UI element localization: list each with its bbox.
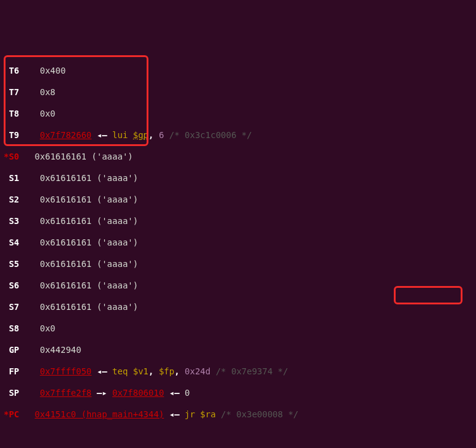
- reg-t8: T8 0x0: [4, 109, 472, 120]
- reg-s1: S1 0x61616161 ('aaaa'): [4, 173, 472, 184]
- reg-s7: S7 0x61616161 ('aaaa'): [4, 302, 472, 313]
- reg-t9: T9 0x7f782660 ◂— lui $gp, 6 /* 0x3c1c000…: [4, 130, 472, 141]
- reg-pc: *PC 0x4151c0 (hnap_main+4344) ◂— jr $ra …: [4, 409, 472, 420]
- reg-sp: SP 0x7fffe2f8 —▸ 0x7f806010 ◂— 0: [4, 388, 472, 399]
- reg-s8: S8 0x0: [4, 323, 472, 334]
- reg-s0: *S0 0x61616161 ('aaaa'): [4, 152, 472, 163]
- reg-t6: T6 0x400: [4, 66, 472, 77]
- reg-s6: S6 0x61616161 ('aaaa'): [4, 280, 472, 292]
- reg-s2: S2 0x61616161 ('aaaa'): [4, 195, 472, 206]
- reg-gp: GP 0x442940: [4, 345, 472, 356]
- reg-t7: T7 0x8: [4, 87, 472, 98]
- reg-s4: S4 0x61616161 ('aaaa'): [4, 238, 472, 249]
- reg-fp: FP 0x7ffff050 ◂— teq $v1, $fp, 0x24d /* …: [4, 366, 472, 377]
- reg-s3: S3 0x61616161 ('aaaa'): [4, 216, 472, 227]
- reg-s5: S5 0x61616161 ('aaaa'): [4, 259, 472, 270]
